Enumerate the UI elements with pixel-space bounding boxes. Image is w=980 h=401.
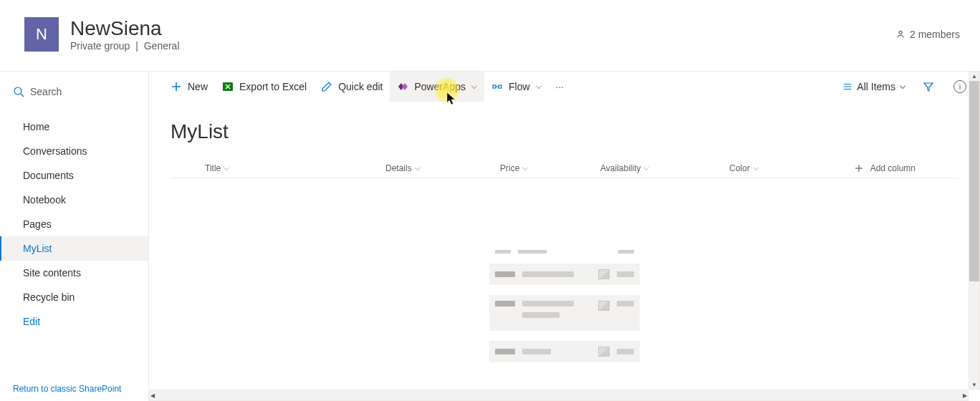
site-logo[interactable]: N	[24, 17, 59, 52]
chevron-down-icon	[536, 83, 542, 89]
column-availability-label: Availability	[600, 163, 640, 173]
filter-icon	[923, 81, 934, 92]
left-nav: Search Home Conversations Documents Note…	[0, 72, 149, 401]
members-icon	[895, 29, 905, 39]
flow-button[interactable]: Flow	[484, 72, 549, 102]
new-label: New	[188, 81, 208, 92]
column-details[interactable]: Details	[385, 163, 500, 173]
add-column-label: Add column	[870, 163, 916, 173]
view-label: All Items	[857, 81, 895, 92]
column-price[interactable]: Price	[500, 163, 600, 173]
svg-point-0	[899, 31, 902, 34]
powerapps-button[interactable]: PowerApps	[390, 72, 484, 102]
chevron-down-icon	[224, 165, 229, 170]
search-placeholder: Search	[30, 86, 62, 97]
new-button[interactable]: New	[163, 72, 215, 102]
flow-icon	[491, 81, 503, 92]
nav-home[interactable]: Home	[0, 115, 148, 139]
vertical-scrollbar[interactable]: ▲ ▼	[969, 72, 980, 390]
chevron-down-icon	[753, 165, 759, 170]
svg-rect-6	[493, 85, 496, 88]
nav-documents[interactable]: Documents	[0, 163, 148, 188]
list-area: MyList Title Details Price Availability	[149, 102, 980, 401]
column-title[interactable]: Title	[170, 163, 385, 173]
excel-icon	[222, 81, 234, 92]
list-title: MyList	[170, 120, 959, 143]
site-title[interactable]: NewSiena	[70, 17, 895, 40]
column-availability[interactable]: Availability	[600, 163, 729, 173]
column-title-label: Title	[205, 163, 221, 173]
empty-list-placeholder	[489, 250, 640, 362]
site-header: N NewSiena Private group | General 2 mem…	[0, 0, 980, 72]
quick-edit-label: Quick edit	[338, 81, 383, 92]
plus-icon	[170, 81, 182, 92]
site-subtitle: Private group | General	[70, 40, 895, 52]
column-color[interactable]: Color	[729, 163, 844, 173]
column-color-label: Color	[729, 163, 750, 173]
view-selector[interactable]: All Items	[840, 81, 908, 92]
classification: General	[144, 40, 180, 52]
info-icon: i	[953, 80, 966, 93]
column-details-label: Details	[385, 163, 412, 173]
chevron-down-icon	[471, 83, 477, 89]
add-column-button[interactable]: Add column	[855, 163, 959, 173]
nav-pages[interactable]: Pages	[0, 212, 148, 236]
nav-notebook[interactable]: Notebook	[0, 188, 148, 212]
column-headers: Title Details Price Availability Color	[170, 159, 959, 178]
search-box[interactable]: Search	[0, 77, 148, 106]
nav-mylist[interactable]: MyList	[0, 236, 148, 261]
list-icon	[842, 82, 852, 92]
members-link[interactable]: 2 members	[895, 29, 960, 40]
pencil-icon	[321, 81, 332, 92]
column-price-label: Price	[500, 163, 519, 173]
export-label: Export to Excel	[239, 81, 307, 92]
more-commands-button[interactable]: ···	[549, 81, 572, 92]
content: New Export to Excel Quick edit PowerApps	[149, 72, 980, 401]
powerapps-icon	[397, 81, 408, 92]
chevron-down-icon	[522, 165, 528, 170]
svg-rect-7	[499, 85, 501, 88]
horizontal-scrollbar[interactable]: ◀ ▶	[149, 390, 969, 401]
nav-edit[interactable]: Edit	[0, 309, 148, 334]
site-title-wrap: NewSiena Private group | General	[70, 17, 895, 52]
svg-point-1	[14, 87, 21, 95]
command-bar: New Export to Excel Quick edit PowerApps	[149, 72, 980, 102]
chevron-down-icon	[644, 165, 650, 170]
nav-list: Home Conversations Documents Notebook Pa…	[0, 106, 148, 334]
flow-label: Flow	[509, 81, 530, 92]
chevron-down-icon	[415, 165, 421, 170]
return-classic-link[interactable]: Return to classic SharePoint	[0, 377, 148, 401]
quick-edit-button[interactable]: Quick edit	[314, 72, 390, 102]
svg-line-2	[21, 94, 24, 97]
powerapps-label: PowerApps	[414, 81, 466, 92]
members-count: 2 members	[910, 29, 960, 40]
plus-icon	[855, 164, 863, 173]
export-excel-button[interactable]: Export to Excel	[215, 72, 314, 102]
search-icon	[13, 86, 24, 97]
group-type: Private group	[70, 40, 130, 52]
nav-site-contents[interactable]: Site contents	[0, 261, 148, 285]
chevron-down-icon	[900, 83, 905, 89]
filter-button[interactable]	[917, 81, 940, 92]
nav-recycle-bin[interactable]: Recycle bin	[0, 285, 148, 309]
nav-conversations[interactable]: Conversations	[0, 139, 148, 163]
